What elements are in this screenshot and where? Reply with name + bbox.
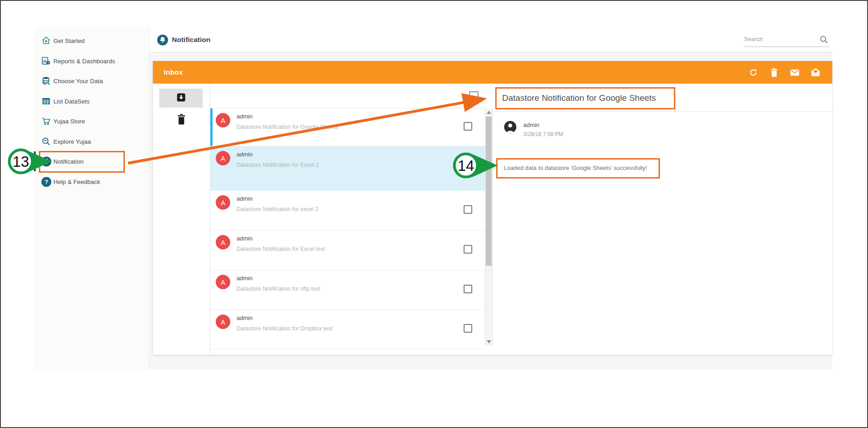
- search-input[interactable]: [744, 33, 816, 45]
- list-scrollbar[interactable]: [485, 108, 493, 346]
- sidebar-item-label: List DataSets: [53, 98, 90, 105]
- svg-text:13: 13: [13, 153, 29, 170]
- sidebar-item-get-started[interactable]: Get Started: [34, 31, 149, 51]
- table-icon: [41, 96, 52, 107]
- avatar: A: [216, 195, 230, 210]
- cart-icon: [41, 116, 52, 127]
- explore-icon: [41, 136, 52, 147]
- inbox-toolbar: Inbox: [153, 61, 832, 84]
- detail-sender: admin: [523, 122, 539, 128]
- page-title: Notification: [172, 36, 210, 44]
- reports-icon: [41, 56, 52, 66]
- sidebar-item-label: Get Started: [53, 38, 85, 44]
- sidebar-item-label: Notification: [53, 158, 84, 165]
- message-subject: Datastore Notification for Excel 2: [237, 162, 319, 168]
- message-sender: admin: [237, 151, 252, 158]
- search-box: [744, 33, 829, 47]
- message-subject: Datastore Notification for Google Sheets: [237, 124, 338, 130]
- message-sender: admin: [237, 195, 252, 202]
- inbox-panel: A admin Datastore Notification for Googl…: [153, 84, 832, 355]
- message-checkbox[interactable]: [464, 245, 472, 254]
- app-page: Get Started Reports & Dashboards Choose …: [0, 0, 868, 428]
- scrollbar-thumb[interactable]: [486, 117, 492, 266]
- message-checkbox[interactable]: [464, 122, 472, 131]
- sidebar-item-reports-dashboards[interactable]: Reports & Dashboards: [34, 51, 149, 71]
- message-sender: admin: [237, 113, 252, 120]
- message-row-selected[interactable]: A admin Datastore Notification for Excel…: [210, 146, 485, 191]
- inbox-card: Inbox: [153, 61, 832, 355]
- home-play-icon: [41, 35, 52, 46]
- message-checkbox[interactable]: [464, 324, 472, 333]
- detail-timestamp: 3/28/18 7:58 PM: [523, 131, 563, 137]
- message-checkbox[interactable]: [464, 285, 472, 293]
- sidebar-item-label: Reports & Dashboards: [53, 58, 115, 65]
- message-subject: Datastore Notification for Dropbox test: [237, 325, 332, 332]
- trash-icon[interactable]: [769, 67, 779, 77]
- detail-body-highlight-box: Loaded data to datastore 'Google Sheets'…: [496, 158, 660, 179]
- message-sender: admin: [237, 275, 252, 282]
- message-list: A admin Datastore Notification for Googl…: [210, 84, 485, 355]
- detail-divider: [493, 111, 832, 112]
- archive-button[interactable]: [159, 89, 203, 108]
- select-all-checkbox[interactable]: [469, 91, 479, 101]
- avatar: A: [216, 113, 230, 127]
- message-subject: Datastore Notification for Excel test: [237, 246, 325, 252]
- sidebar-item-label: Choose Your Data: [53, 78, 103, 85]
- message-row[interactable]: A admin Datastore Notification for Excel…: [210, 230, 485, 270]
- avatar: A: [216, 275, 230, 289]
- message-subject: Datastore Notification for excel 2: [237, 206, 318, 212]
- detail-body: Loaded data to datastore 'Google Sheets'…: [498, 160, 659, 177]
- scroll-up-arrow-icon[interactable]: [487, 111, 491, 114]
- message-row[interactable]: A admin Datastore Notification for sftp …: [210, 270, 485, 310]
- scrollbar-column: [485, 84, 493, 355]
- sidebar-item-label: Yujaa Store: [53, 118, 85, 125]
- mail-open-icon[interactable]: [811, 67, 821, 77]
- sidebar: Get Started Reports & Dashboards Choose …: [34, 27, 149, 370]
- avatar: A: [216, 235, 230, 249]
- svg-text:?: ?: [44, 179, 48, 185]
- database-icon: [41, 75, 52, 86]
- message-actions-column: [153, 84, 210, 355]
- sidebar-item-yujaa-store[interactable]: Yujaa Store: [34, 111, 149, 131]
- message-sender: admin: [237, 315, 252, 321]
- archive-icon: [176, 93, 186, 104]
- user-avatar-icon: [503, 120, 517, 136]
- bell-icon: [157, 34, 168, 47]
- inbox-toolbar-actions: [748, 61, 821, 84]
- trash-icon[interactable]: [176, 113, 186, 125]
- unread-indicator: [210, 108, 213, 146]
- selected-indicator: [34, 151, 36, 171]
- message-checkbox[interactable]: [464, 205, 472, 214]
- message-list-header: [210, 84, 485, 108]
- sidebar-item-label: Help & Feedback: [53, 179, 100, 185]
- message-subject: Datastore Notification for sftp test: [237, 286, 320, 292]
- scroll-down-arrow-icon[interactable]: [487, 340, 491, 343]
- sidebar-item-label: Explore Yujaa: [53, 138, 91, 145]
- search-icon[interactable]: [820, 35, 828, 46]
- bell-icon: [41, 156, 52, 167]
- sidebar-item-notification[interactable]: Notification: [34, 151, 149, 171]
- page-header: Notification: [149, 27, 832, 52]
- sidebar-item-explore-yujaa[interactable]: Explore Yujaa: [34, 132, 149, 151]
- mail-closed-icon[interactable]: [790, 67, 800, 77]
- inbox-title: Inbox: [164, 68, 183, 76]
- message-row[interactable]: A admin Datastore Notification for excel…: [210, 191, 485, 230]
- sidebar-item-list-datasets[interactable]: List DataSets: [34, 91, 149, 111]
- message-row[interactable]: A admin Datastore Notification for Googl…: [210, 108, 485, 146]
- refresh-icon[interactable]: [748, 67, 758, 77]
- avatar: A: [216, 315, 230, 329]
- sidebar-item-help-feedback[interactable]: ? Help & Feedback: [34, 172, 149, 192]
- message-sender: admin: [237, 235, 252, 242]
- detail-title: Datastore Notification for Google Sheets: [497, 89, 674, 108]
- avatar: A: [216, 151, 230, 165]
- detail-title-highlight-box: Datastore Notification for Google Sheets: [495, 87, 675, 109]
- message-row[interactable]: A admin Datastore Notification for Dropb…: [210, 310, 485, 349]
- message-detail-panel: Datastore Notification for Google Sheets…: [493, 84, 832, 355]
- help-icon: ?: [41, 176, 52, 187]
- sidebar-item-choose-your-data[interactable]: Choose Your Data: [34, 71, 149, 91]
